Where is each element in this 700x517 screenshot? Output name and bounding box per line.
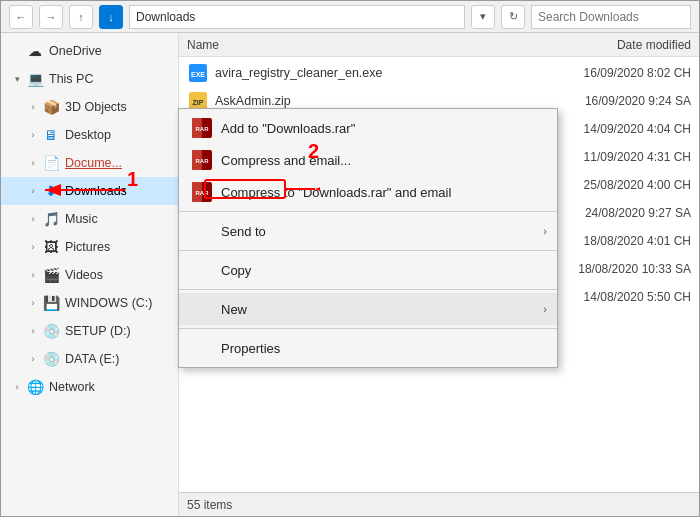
sidebar-item-network[interactable]: › 🌐 Network [1,373,178,401]
search-input[interactable] [531,5,691,29]
ctx-item-properties[interactable]: Properties [179,332,557,364]
rar-icon: RAR [191,117,213,139]
new-spacer [191,298,213,320]
address-bar[interactable]: Downloads [129,5,465,29]
file-date: 18/08/2020 10:33 SA [551,262,691,276]
file-date: 18/08/2020 4:01 CH [551,234,691,248]
ctx-item-new[interactable]: New › [179,293,557,325]
ctx-separator-2 [179,250,557,251]
statusbar: 55 items [179,492,699,516]
3d-objects-icon: 📦 [41,97,61,117]
file-date: 16/09/2020 8:02 CH [551,66,691,80]
sidebar-item-videos[interactable]: › 🎬 Videos [1,261,178,289]
sidebar-label-videos: Videos [65,268,103,282]
pictures-icon: 🖼 [41,237,61,257]
properties-spacer [191,337,213,359]
column-date-header: Date modified [551,38,691,52]
file-date: 25/08/2020 4:00 CH [551,178,691,192]
chevron-icon: › [25,214,41,224]
file-date: 14/08/2020 5:50 CH [551,290,691,304]
chevron-icon: › [25,130,41,140]
sidebar-label-music: Music [65,212,98,226]
sidebar-item-windows-c[interactable]: › 💾 WINDOWS (C:) [1,289,178,317]
up-button[interactable]: ↑ [69,5,93,29]
sidebar-item-documents[interactable]: › 📄 Docume... [1,149,178,177]
file-date: 24/08/2020 9:27 SA [551,206,691,220]
ctx-item-add-to-rar[interactable]: RAR Add to "Downloads.rar" [179,112,557,144]
sidebar-item-this-pc[interactable]: ▾ 💻 This PC [1,65,178,93]
sidebar-item-onedrive[interactable]: ☁ OneDrive [1,37,178,65]
chevron-icon: › [25,102,41,112]
chevron-icon: › [9,382,25,392]
sidebar: ☁ OneDrive ▾ 💻 This PC › 📦 3D Objects › … [1,33,179,516]
music-icon: 🎵 [41,209,61,229]
sidebar-label-setup-d: SETUP (D:) [65,324,131,338]
svg-text:RAR: RAR [196,126,210,132]
sidebar-item-setup-d[interactable]: › 💿 SETUP (D:) [1,317,178,345]
status-text: 55 items [187,498,232,512]
table-row[interactable]: EXE avira_registry_cleaner_en.exe 16/09/… [179,59,699,87]
ctx-item-send-to[interactable]: Send to › [179,215,557,247]
sidebar-label-downloads: Downloads [65,184,127,198]
file-date: 16/09/2020 9:24 SA [551,94,691,108]
sidebar-label-onedrive: OneDrive [49,44,102,58]
chevron-icon: › [25,326,41,336]
chevron-icon: › [25,158,41,168]
ctx-item-compress-email[interactable]: RAR Compress and email... [179,144,557,176]
recent-button[interactable]: ↓ [99,5,123,29]
ctx-item-compress-rar-email[interactable]: RAR Compress to "Downloads.rar" and emai… [179,176,557,208]
sidebar-item-downloads[interactable]: › ⬇ Downloads [1,177,178,205]
this-pc-icon: 💻 [25,69,45,89]
sidebar-label-pictures: Pictures [65,240,110,254]
sidebar-label-network: Network [49,380,95,394]
back-button[interactable]: ← [9,5,33,29]
forward-button[interactable]: → [39,5,63,29]
column-name-header: Name [187,38,551,52]
file-name: AskAdmin.zip [215,94,551,108]
ctx-label-copy: Copy [221,263,251,278]
dropdown-button[interactable]: ▾ [471,5,495,29]
send-to-spacer [191,220,213,242]
ctx-label-properties: Properties [221,341,280,356]
drive-c-icon: 💾 [41,293,61,313]
chevron-icon: › [25,298,41,308]
context-menu: RAR Add to "Downloads.rar" RAR Compress … [178,108,558,368]
sidebar-item-pictures[interactable]: › 🖼 Pictures [1,233,178,261]
desktop-icon: 🖥 [41,125,61,145]
address-text: Downloads [136,10,195,24]
ctx-separator-4 [179,328,557,329]
column-headers: Name Date modified [179,33,699,57]
svg-text:EXE: EXE [191,71,205,78]
sidebar-item-3d-objects[interactable]: › 📦 3D Objects [1,93,178,121]
sidebar-label-windows-c: WINDOWS (C:) [65,296,152,310]
drive-e-icon: 💿 [41,349,61,369]
chevron-icon: › [25,354,41,364]
sidebar-item-data-e[interactable]: › 💿 DATA (E:) [1,345,178,373]
arrow-icon: › [543,303,547,315]
chevron-icon: › [25,270,41,280]
ctx-label-new: New [221,302,247,317]
chevron-icon: › [25,242,41,252]
sidebar-label-desktop: Desktop [65,128,111,142]
ctx-label-add-to-rar: Add to "Downloads.rar" [221,121,355,136]
documents-icon: 📄 [41,153,61,173]
svg-text:RAR: RAR [196,158,210,164]
rar-icon-3: RAR [191,181,213,203]
rar-icon-2: RAR [191,149,213,171]
svg-text:RAR: RAR [196,190,210,196]
sidebar-label-documents: Docume... [65,156,122,170]
arrow-icon: › [543,225,547,237]
chevron-icon: ▾ [9,74,25,84]
sidebar-label-data-e: DATA (E:) [65,352,119,366]
file-name: avira_registry_cleaner_en.exe [215,66,551,80]
ctx-item-copy[interactable]: Copy [179,254,557,286]
onedrive-icon: ☁ [25,41,45,61]
sidebar-item-music[interactable]: › 🎵 Music [1,205,178,233]
refresh-button[interactable]: ↻ [501,5,525,29]
ctx-label-send-to: Send to [221,224,266,239]
sidebar-item-desktop[interactable]: › 🖥 Desktop [1,121,178,149]
network-icon: 🌐 [25,377,45,397]
ctx-separator-1 [179,211,557,212]
svg-text:ZIP: ZIP [193,99,204,106]
chevron-icon: › [25,186,41,196]
